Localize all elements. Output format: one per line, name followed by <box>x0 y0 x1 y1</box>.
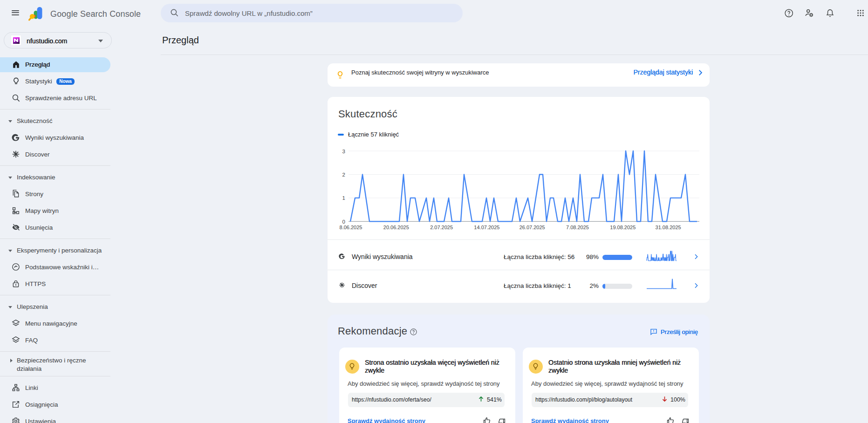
svg-text:2: 2 <box>342 172 345 177</box>
svg-text:8.06.2025: 8.06.2025 <box>340 225 362 230</box>
svg-text:3: 3 <box>342 149 345 154</box>
svg-text:31.08.2025: 31.08.2025 <box>656 225 681 230</box>
svg-text:26.07.2025: 26.07.2025 <box>519 225 545 230</box>
svg-text:1: 1 <box>342 195 345 201</box>
svg-text:0: 0 <box>342 219 345 225</box>
svg-text:2.07.2025: 2.07.2025 <box>430 225 453 230</box>
svg-text:19.08.2025: 19.08.2025 <box>610 225 636 230</box>
svg-text:14.07.2025: 14.07.2025 <box>474 225 499 230</box>
svg-text:7.08.2025: 7.08.2025 <box>566 225 589 230</box>
svg-text:20.06.2025: 20.06.2025 <box>383 225 409 230</box>
